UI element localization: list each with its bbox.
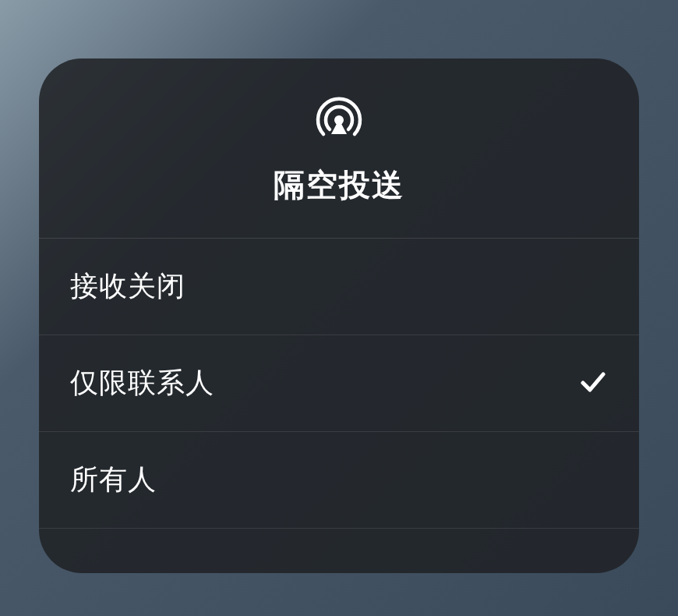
option-everyone[interactable]: 所有人 <box>39 432 639 529</box>
option-receiving-off[interactable]: 接收关闭 <box>39 239 639 335</box>
airdrop-settings-panel: 隔空投送 接收关闭 仅限联系人 所有人 <box>39 58 639 573</box>
option-label: 仅限联系人 <box>70 364 214 402</box>
checkmark-icon <box>578 367 608 400</box>
panel-title: 隔空投送 <box>274 164 404 207</box>
option-label: 所有人 <box>70 461 157 499</box>
airdrop-icon <box>313 94 365 150</box>
option-label: 接收关闭 <box>70 267 185 306</box>
panel-header: 隔空投送 <box>39 58 639 239</box>
options-list: 接收关闭 仅限联系人 所有人 <box>39 239 639 573</box>
option-contacts-only[interactable]: 仅限联系人 <box>39 335 639 432</box>
